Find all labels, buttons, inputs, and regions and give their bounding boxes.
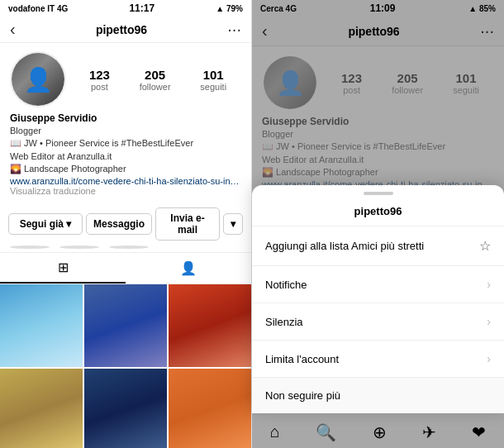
left-stat-seguiti-num: 101 — [203, 68, 224, 82]
left-back-button[interactable]: ‹ — [10, 20, 16, 39]
left-stat-followers-label: follower — [140, 82, 171, 92]
sheet-item-amici[interactable]: Aggiungi alla lista Amici più stretti ☆ — [252, 226, 504, 266]
left-stats: 123 post 205 follower 101 seguiti — [74, 68, 241, 92]
star-icon: ☆ — [479, 238, 491, 254]
left-nav-username: pipetto96 — [96, 23, 147, 36]
grid-cell-1[interactable] — [0, 284, 83, 367]
left-panel: vodafone IT 4G 11:17 ▲ 79% ‹ pipetto96 ·… — [0, 0, 252, 448]
left-bio-link[interactable]: www.aranzulla.it/come-vedere-chi-ti-ha-s… — [10, 176, 241, 186]
left-stat-posts-label: post — [91, 82, 108, 92]
sheet-item-amici-text: Aggiungi alla lista Amici più stretti — [265, 240, 424, 252]
story-circle-calabria — [10, 245, 50, 249]
left-bio-name: Giuseppe Servidio — [10, 112, 241, 124]
left-stat-seguiti-label: seguiti — [200, 82, 226, 92]
sheet-item-limita[interactable]: Limita l'account › — [252, 341, 504, 378]
story-circle-myjob — [59, 245, 99, 249]
left-tab-bar: ⊞ 👤 — [0, 252, 251, 284]
sheet-item-limita-text: Limita l'account — [265, 353, 339, 365]
bottom-sheet: pipetto96 Aggiungi alla lista Amici più … — [252, 185, 504, 413]
tab-tagged[interactable]: 👤 — [126, 253, 251, 284]
more-options-button[interactable]: ▾ — [223, 213, 243, 235]
sheet-item-nonseguire[interactable]: Non seguire più — [252, 378, 504, 413]
left-carrier: vodafone IT 4G — [8, 4, 68, 13]
left-action-buttons: Segui già ▾ Messaggio Invia e-mail ▾ — [0, 207, 251, 241]
left-profile-section: 👤 123 post 205 follower 101 seguiti Gius… — [0, 43, 251, 207]
segui-button[interactable]: Segui già ▾ — [8, 213, 83, 235]
left-stat-followers: 205 follower — [140, 68, 171, 92]
grid-cell-2[interactable] — [84, 284, 167, 367]
grid-cell-6[interactable] — [169, 369, 251, 448]
chevron-right-icon-notifiche: › — [487, 278, 491, 291]
messaggio-button[interactable]: Messaggio — [86, 213, 152, 235]
sheet-item-silenzia[interactable]: Silenzia › — [252, 303, 504, 341]
left-stat-followers-num: 205 — [145, 68, 165, 82]
left-status-bar: vodafone IT 4G 11:17 ▲ 79% — [0, 0, 251, 17]
email-button[interactable]: Invia e-mail — [155, 207, 220, 241]
left-bio-line-1: Blogger — [10, 125, 241, 137]
sheet-handle — [364, 192, 393, 195]
left-bio-line-3: Web Editor at Aranzulla.it — [10, 150, 241, 163]
sheet-item-notifiche[interactable]: Notifiche › — [252, 266, 504, 303]
left-bio-line-4: 🌄 Landscape Photographer — [10, 163, 241, 175]
left-stat-posts: 123 post — [89, 68, 110, 92]
grid-icon: ⊞ — [58, 260, 69, 275]
right-panel: Cerca 4G 11:09 ▲ 85% ‹ pipetto96 ··· 👤 1… — [252, 0, 504, 448]
chevron-right-icon-silenzia: › — [487, 315, 491, 328]
left-profile-top: 👤 123 post 205 follower 101 seguiti — [10, 51, 241, 107]
left-more-button[interactable]: ··· — [227, 20, 241, 39]
left-translate[interactable]: Visualizza traduzione — [10, 186, 241, 196]
grid-cell-3[interactable] — [169, 284, 251, 367]
left-time: 11:17 — [129, 2, 155, 14]
left-battery: ▲ 79% — [216, 4, 243, 13]
sheet-title: pipetto96 — [252, 202, 504, 226]
sheet-item-notifiche-text: Notifiche — [265, 279, 307, 291]
left-photo-grid — [0, 284, 251, 448]
left-stories-row: Calabria My job Salento — [0, 241, 251, 252]
chevron-right-icon-limita: › — [487, 352, 491, 365]
story-circle-salento — [109, 245, 149, 249]
sheet-item-nonseguire-text: Non seguire più — [265, 389, 340, 402]
left-stat-posts-num: 123 — [89, 68, 110, 82]
tab-grid[interactable]: ⊞ — [0, 253, 126, 284]
tagged-icon: 👤 — [180, 260, 197, 276]
left-avatar: 👤 — [10, 51, 66, 107]
left-stat-seguiti: 101 seguiti — [200, 68, 226, 92]
left-bio-line-2: 📖 JW • Pioneer Service is #TheBestLifeEv… — [10, 137, 241, 150]
left-avatar-img: 👤 — [12, 53, 64, 106]
grid-cell-4[interactable] — [0, 369, 83, 448]
grid-cell-5[interactable] — [84, 369, 167, 448]
left-nav-bar: ‹ pipetto96 ··· — [0, 17, 251, 43]
sheet-item-silenzia-text: Silenzia — [265, 316, 303, 328]
left-bio: Giuseppe Servidio Blogger 📖 JW • Pioneer… — [10, 107, 241, 199]
